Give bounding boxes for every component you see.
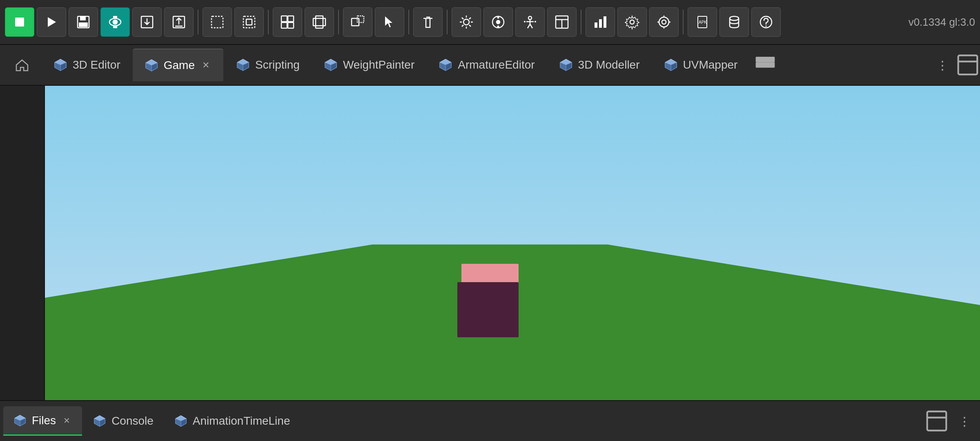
help-button[interactable] [751, 7, 781, 37]
tab-uv-mapper-label: UVMapper [683, 58, 738, 71]
separator-1 [198, 10, 198, 34]
frame-button[interactable] [273, 7, 302, 37]
database-button[interactable] [719, 7, 749, 37]
svg-rect-19 [281, 22, 287, 28]
svg-rect-22 [316, 16, 323, 28]
bottom-tab-console[interactable]: Console [83, 406, 163, 436]
svg-rect-18 [288, 16, 294, 22]
tab-maximize-button[interactable] [956, 53, 980, 77]
tab-scripting[interactable]: Scripting [224, 49, 311, 81]
tab-weight-painter[interactable]: WeightPainter [312, 49, 426, 81]
person-button[interactable] [515, 7, 545, 37]
tab-scripting-label: Scripting [255, 58, 300, 71]
sun-button[interactable] [452, 7, 481, 37]
bottom-expand-button[interactable] [924, 409, 949, 433]
chart-button[interactable] [586, 7, 615, 37]
tab-3d-editor-label: 3D Editor [73, 58, 120, 71]
svg-text:APK: APK [699, 20, 707, 24]
svg-point-6 [113, 20, 117, 24]
svg-point-54 [659, 17, 669, 27]
tab-expand-button[interactable] [753, 53, 777, 77]
select-box-button[interactable] [203, 7, 232, 37]
cube-container [457, 264, 523, 337]
svg-point-44 [524, 21, 526, 22]
tab-game-close[interactable]: ✕ [200, 59, 212, 71]
bottom-tab-files[interactable]: Files ✕ [3, 406, 82, 436]
svg-rect-0 [15, 18, 24, 27]
top-toolbar: APK v0.1334 gl:3.0 [0, 0, 980, 45]
tab-bar: 3D Editor Game ✕ Scripting WeightPainter [0, 45, 980, 86]
tab-3d-modeller[interactable]: 3D Modeller [547, 49, 651, 81]
svg-rect-24 [357, 16, 364, 22]
main-viewport [0, 86, 980, 400]
svg-marker-25 [385, 16, 392, 27]
circle-dot-button[interactable] [483, 7, 513, 37]
import-button[interactable] [164, 7, 194, 37]
viewport-button[interactable] [100, 7, 130, 37]
bottom-tab-files-close[interactable]: ✕ [61, 415, 72, 426]
tab-armature-editor[interactable]: ArmatureEditor [427, 49, 546, 81]
tab-game-label: Game [164, 59, 195, 72]
svg-rect-21 [313, 18, 325, 26]
tab-weight-painter-label: WeightPainter [343, 58, 414, 71]
separator-5 [447, 10, 448, 34]
svg-point-26 [463, 19, 469, 25]
bottom-more-button[interactable]: ⋮ [952, 409, 977, 433]
settings-button[interactable] [617, 7, 647, 37]
cube-top-face [461, 264, 519, 284]
svg-line-32 [469, 25, 471, 27]
left-sidebar [0, 86, 45, 400]
svg-point-61 [730, 16, 739, 20]
svg-line-42 [528, 24, 530, 28]
svg-point-53 [662, 20, 666, 24]
select-shrink-button[interactable] [234, 7, 264, 37]
svg-rect-7 [113, 16, 117, 18]
bottom-tab-console-label: Console [111, 414, 154, 428]
settings2-button[interactable] [649, 7, 679, 37]
svg-line-43 [530, 24, 532, 28]
svg-line-34 [462, 25, 463, 27]
cursor-button[interactable] [375, 7, 404, 37]
separator-4 [408, 10, 409, 34]
svg-rect-3 [80, 16, 86, 20]
svg-rect-49 [595, 22, 597, 28]
bottom-tab-animation[interactable]: AnimationTimeLine [164, 406, 300, 436]
svg-point-39 [528, 16, 532, 20]
version-label: v0.1334 gl:3.0 [909, 16, 975, 29]
frame2-button[interactable] [305, 7, 334, 37]
svg-rect-15 [243, 16, 255, 28]
tab-uv-mapper[interactable]: UVMapper [652, 49, 749, 81]
svg-rect-4 [79, 22, 88, 27]
svg-point-63 [766, 26, 767, 27]
save-button[interactable] [69, 7, 98, 37]
svg-rect-108 [927, 412, 947, 431]
svg-rect-93 [756, 62, 775, 67]
svg-rect-23 [352, 18, 359, 26]
svg-point-45 [535, 21, 536, 22]
svg-point-52 [630, 20, 634, 24]
window-button[interactable] [547, 7, 577, 37]
svg-rect-94 [958, 56, 978, 75]
tab-more-button[interactable]: ⋮ [930, 53, 955, 77]
move-button[interactable] [343, 7, 372, 37]
svg-rect-17 [281, 16, 287, 22]
svg-point-37 [497, 17, 499, 19]
separator-3 [338, 10, 339, 34]
delete-button[interactable] [413, 7, 443, 37]
svg-rect-50 [599, 19, 602, 28]
svg-rect-8 [113, 26, 117, 28]
tab-game[interactable]: Game ✕ [133, 49, 223, 81]
svg-rect-16 [246, 19, 252, 25]
bottom-tab-animation-label: AnimationTimeLine [193, 414, 290, 428]
play-button[interactable] [37, 7, 66, 37]
apk-button[interactable]: APK [688, 7, 717, 37]
tab-3d-editor[interactable]: 3D Editor [42, 49, 132, 81]
svg-rect-51 [604, 16, 606, 28]
export-button[interactable] [132, 7, 162, 37]
separator-2 [268, 10, 269, 34]
bottom-panel: Files ✕ Console AnimationTimeLine ⋮ [0, 400, 980, 441]
tab-home[interactable] [3, 49, 41, 81]
tab-3d-modeller-label: 3D Modeller [578, 58, 640, 71]
stop-button[interactable] [5, 7, 34, 37]
separator-7 [683, 10, 684, 34]
